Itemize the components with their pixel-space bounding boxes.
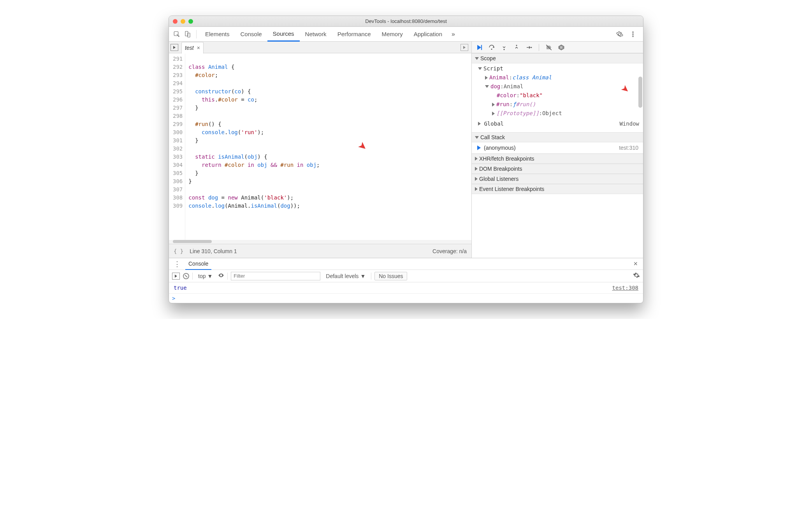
line-gutter: 2912922932942952962972982993003013023033… (169, 53, 185, 240)
tab-network[interactable]: Network (300, 27, 332, 42)
sidebar-scrollbar[interactable] (638, 53, 643, 258)
zoom-window-button[interactable] (188, 19, 193, 24)
chevron-right-icon (475, 157, 478, 161)
console-sidebar-toggle-icon[interactable] (172, 273, 180, 280)
console-drawer: ⋮ Console × top▼ Default levels▼ No Issu… (169, 258, 643, 303)
console-settings-gear-icon[interactable] (633, 272, 640, 280)
tab-console[interactable]: Console (235, 27, 267, 42)
drawer-close-icon[interactable]: × (631, 260, 640, 268)
chevron-right-icon (492, 112, 495, 116)
scope-animal-row[interactable]: Animal: class Animal (472, 73, 643, 82)
code-content[interactable]: class Animal { #color; constructor(co) {… (185, 53, 471, 240)
device-toggle-icon[interactable] (182, 29, 193, 40)
svg-point-7 (491, 49, 492, 50)
drawer-menu-icon[interactable]: ⋮ (172, 260, 182, 268)
window-controls (173, 19, 193, 24)
code-editor[interactable]: 2912922932942952962972982993003013023033… (169, 53, 471, 240)
scope-global-row[interactable]: Global Window (472, 118, 643, 130)
chevron-down-icon (475, 57, 479, 60)
scope-dog-row[interactable]: dog: Animal (472, 82, 643, 91)
svg-rect-6 (481, 45, 482, 50)
sources-panel: test × 291292293294295296297298299300301… (169, 42, 643, 258)
svg-point-10 (531, 47, 532, 48)
kebab-menu-icon[interactable] (627, 29, 638, 40)
file-tab-name: test (185, 45, 194, 51)
scope-run-row[interactable]: #run: ƒ #run() (472, 100, 643, 109)
separator (196, 30, 197, 38)
chevron-down-icon (478, 67, 482, 70)
horizontal-scrollbar[interactable] (169, 240, 471, 244)
separator (371, 273, 371, 280)
cursor-position: Line 310, Column 1 (190, 248, 237, 254)
dom-breakpoints-header[interactable]: DOM Breakpoints (472, 164, 643, 174)
console-toolbar: top▼ Default levels▼ No Issues (169, 270, 643, 282)
step-out-icon[interactable] (512, 43, 521, 52)
issues-button[interactable]: No Issues (374, 272, 407, 280)
tab-application[interactable]: Application (408, 27, 448, 42)
minimize-window-button[interactable] (181, 19, 185, 24)
main-toolbar: Elements Console Sources Network Perform… (169, 27, 643, 42)
xhr-breakpoints-header[interactable]: XHR/fetch Breakpoints (472, 154, 643, 164)
event-listener-breakpoints-header[interactable]: Event Listener Breakpoints (472, 184, 643, 194)
console-output-value: true (174, 285, 187, 291)
chevron-right-icon (475, 177, 478, 181)
svg-point-9 (516, 45, 517, 46)
separator (192, 273, 193, 280)
chevron-right-icon (492, 103, 495, 107)
inspect-icon[interactable] (171, 29, 182, 40)
devtools-window: DevTools - localhost:8080/demo/test Elem… (169, 16, 643, 303)
coverage-status: Coverage: n/a (432, 248, 467, 254)
navigator-toggle-icon[interactable] (170, 44, 178, 51)
scope-prototype-row[interactable]: [[Prototype]]: Object (472, 109, 643, 118)
window-title: DevTools - localhost:8080/demo/test (169, 18, 643, 24)
scope-script-row[interactable]: Script (472, 64, 643, 73)
svg-rect-12 (562, 46, 562, 49)
debugger-sidebar: Scope Script Animal: class Animal dog: (472, 42, 643, 258)
editor-pane: test × 291292293294295296297298299300301… (169, 42, 472, 258)
chevron-down-icon (485, 85, 489, 88)
callstack-frame[interactable]: (anonymous) test:310 (472, 142, 643, 154)
close-window-button[interactable] (173, 19, 178, 24)
step-over-icon[interactable] (487, 43, 496, 52)
file-tab-close-icon[interactable]: × (197, 45, 200, 51)
debugger-toolbar (472, 42, 643, 53)
resume-button-icon[interactable] (475, 43, 483, 52)
chevron-right-icon (475, 187, 478, 191)
file-tab[interactable]: test × (181, 42, 204, 54)
drawer-tab-console[interactable]: Console (185, 258, 211, 270)
separator (227, 273, 228, 280)
chevron-right-icon (475, 167, 478, 171)
console-output-source[interactable]: test:308 (612, 285, 638, 291)
current-frame-icon (477, 145, 481, 150)
tab-performance[interactable]: Performance (332, 27, 376, 42)
titlebar: DevTools - localhost:8080/demo/test (169, 16, 643, 27)
step-into-icon[interactable] (500, 43, 508, 52)
tab-sources[interactable]: Sources (267, 27, 300, 42)
chevron-right-icon (478, 122, 481, 126)
log-levels-selector[interactable]: Default levels▼ (323, 272, 368, 280)
run-snippet-icon[interactable] (460, 44, 468, 51)
chevron-down-icon (475, 136, 479, 139)
context-selector[interactable]: top▼ (196, 272, 215, 280)
tab-memory[interactable]: Memory (376, 27, 408, 42)
console-prompt[interactable]: > (169, 294, 643, 303)
settings-gear-icon[interactable] (614, 29, 625, 40)
callstack-section-header[interactable]: Call Stack (472, 132, 643, 142)
deactivate-breakpoints-icon[interactable] (545, 43, 553, 52)
drawer-tab-strip: ⋮ Console × (169, 258, 643, 270)
scope-section-header[interactable]: Scope (472, 53, 643, 63)
console-filter-input[interactable] (231, 272, 320, 280)
svg-point-8 (504, 49, 505, 50)
global-listeners-header[interactable]: Global Listeners (472, 174, 643, 184)
svg-point-3 (633, 32, 634, 33)
step-icon[interactable] (525, 43, 533, 52)
clear-console-icon[interactable] (183, 273, 189, 279)
pretty-print-icon[interactable]: { } (174, 248, 183, 254)
live-expression-eye-icon[interactable] (218, 272, 224, 280)
tab-elements[interactable]: Elements (200, 27, 235, 42)
chevron-right-icon (485, 76, 488, 80)
console-message-row[interactable]: true test:308 (169, 282, 643, 294)
editor-status-bar: { } Line 310, Column 1 Coverage: n/a (169, 244, 471, 258)
tabs-overflow-button[interactable]: » (448, 31, 459, 38)
pause-on-exceptions-icon[interactable] (557, 43, 566, 52)
